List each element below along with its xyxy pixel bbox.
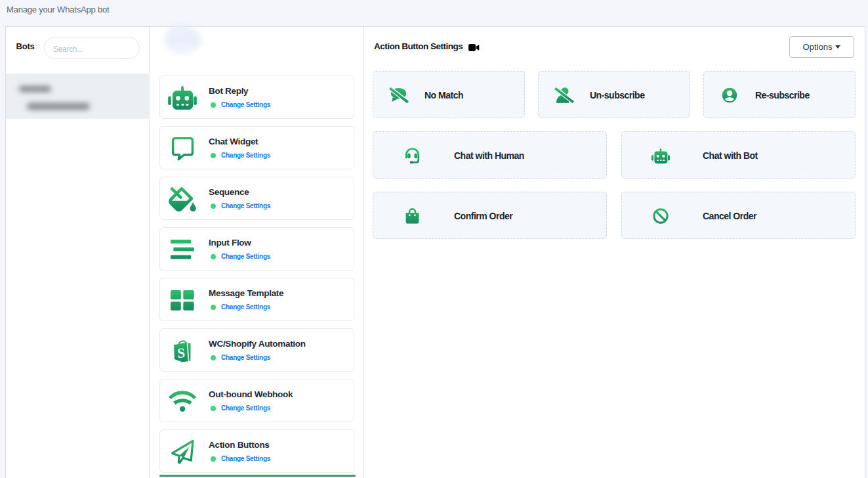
- svg-text:S: S: [177, 345, 186, 361]
